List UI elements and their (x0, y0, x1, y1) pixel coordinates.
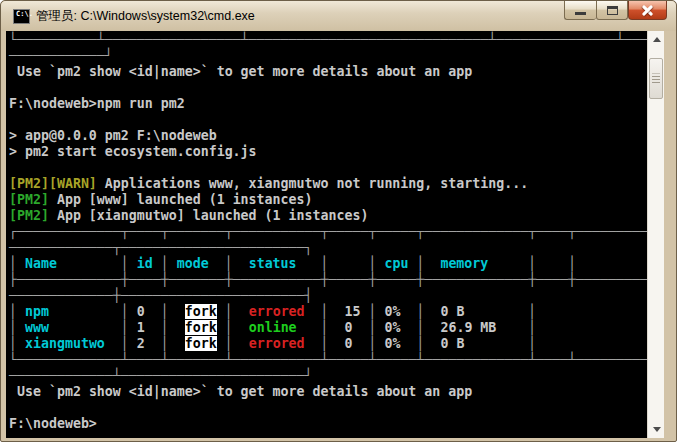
terminal-line: └──────────┴─────────────────┴──────────… (9, 32, 649, 64)
terminal-line: > pm2 start ecosystem.config.js (9, 144, 649, 160)
terminal-line: [PM2] App [www] launched (1 instances) (9, 192, 649, 208)
window-title: 管理员: C:\Windows\system32\cmd.exe (36, 8, 255, 25)
terminal-line: │ www │ 1 │ fork │ online │ 0 │ 0% │ 26.… (9, 320, 649, 336)
terminal-line: [PM2][WARN] Applications www, xiangmutwo… (9, 176, 649, 192)
minimize-icon (575, 12, 586, 15)
scrollbar-thumb[interactable] (649, 58, 663, 99)
scrollbar-grip-icon (652, 73, 660, 84)
terminal-line: │ xiangmutwo │ 2 │ fork │ errored │ 0 │ … (9, 336, 649, 352)
close-button[interactable] (628, 1, 667, 20)
scrollbar-track[interactable] (647, 31, 664, 438)
terminal-line: Use `pm2 show <id|name>` to get more det… (9, 384, 649, 400)
maximize-icon (607, 6, 618, 15)
terminal-line (9, 160, 649, 176)
window-controls (564, 1, 667, 20)
terminal-line: Use `pm2 show <id|name>` to get more det… (9, 64, 649, 80)
terminal-line (9, 80, 649, 96)
terminal-line: │ npm │ 0 │ fork │ errored │ 15 │ 0% │ 0… (9, 304, 649, 320)
close-icon (640, 3, 655, 18)
scroll-down-button[interactable] (648, 421, 665, 438)
scroll-up-button[interactable] (648, 31, 665, 48)
cmd-icon[interactable]: C:\. (13, 9, 30, 24)
triangle-up-icon (653, 37, 661, 42)
titlebar[interactable]: C:\. 管理员: C:\Windows\system32\cmd.exe (1, 1, 676, 31)
terminal-line: ┌─────────────┬────┬───────┬───────────┬… (9, 224, 649, 256)
terminal-line: │ Name │ id │ mode │ status │ │ cpu │ me… (9, 256, 649, 272)
minimize-button[interactable] (564, 1, 596, 20)
terminal[interactable]: └──────────┴─────────────────┴──────────… (6, 31, 649, 438)
terminal-line: F:\nodeweb>npm run pm2 (9, 96, 649, 112)
terminal-line: └─────────────┴────┴───────┴───────────┴… (9, 352, 649, 384)
terminal-line (9, 112, 649, 128)
maximize-button[interactable] (596, 1, 628, 20)
terminal-line: ├─────────────┼────┼───────┼───────────┼… (9, 272, 649, 304)
triangle-down-icon (653, 427, 661, 432)
terminal-line: > app@0.0.0 pm2 F:\nodeweb (9, 128, 649, 144)
cmd-window: C:\. 管理员: C:\Windows\system32\cmd.exe └─… (0, 0, 677, 442)
terminal-line: [PM2] App [xiangmutwo] launched (1 insta… (9, 208, 649, 224)
terminal-line (9, 400, 649, 416)
terminal-line: F:\nodeweb> (9, 416, 649, 432)
